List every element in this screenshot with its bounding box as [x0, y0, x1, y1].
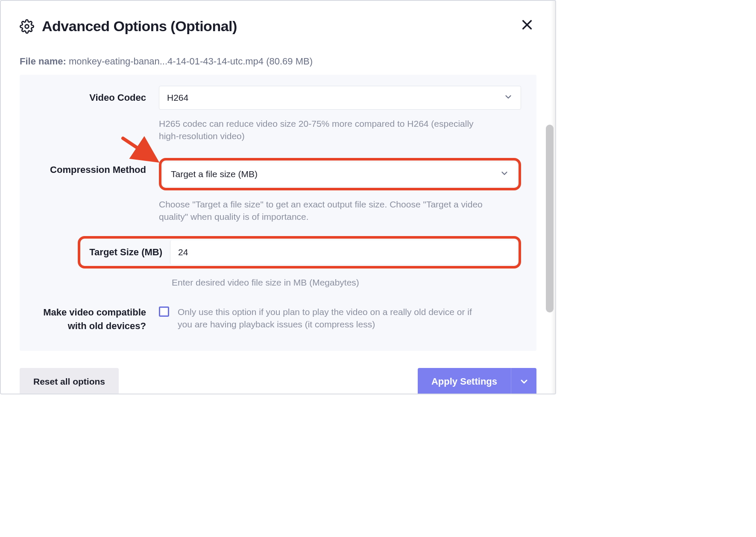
target-size-input[interactable]: 24 — [170, 240, 517, 264]
compression-method-label: Compression Method — [35, 158, 159, 177]
chevron-down-icon — [504, 92, 513, 103]
compat-label: Make video compatible with old devices? — [35, 306, 159, 333]
compression-method-helper: Choose "Target a file size" to get an ex… — [159, 198, 492, 223]
video-codec-label: Video Codec — [35, 86, 159, 105]
compression-method-body: Target a file size (MB) Choose "Target a… — [159, 158, 521, 223]
options-panel: Video Codec H264 H265 codec can reduce v… — [20, 75, 536, 351]
target-size-body: Target Size (MB) 24 Enter desired video … — [78, 236, 521, 289]
apply-button-group: Apply Settings — [418, 368, 536, 394]
reset-button[interactable]: Reset all options — [20, 368, 119, 394]
compression-method-value: Target a file size (MB) — [171, 169, 258, 179]
dialog-advanced-options: Advanced Options (Optional) File name: m… — [0, 0, 556, 394]
svg-point-0 — [25, 24, 29, 28]
dialog-footer: Reset all options Apply Settings — [20, 368, 536, 394]
dialog-header: Advanced Options (Optional) — [20, 18, 536, 35]
chevron-down-icon — [519, 376, 529, 387]
apply-button[interactable]: Apply Settings — [418, 368, 511, 394]
target-size-helper: Enter desired video file size in MB (Meg… — [172, 276, 505, 289]
video-codec-select[interactable]: H264 — [159, 86, 521, 110]
close-button[interactable] — [519, 17, 535, 32]
target-size-value: 24 — [178, 247, 188, 257]
file-name-value: monkey-eating-banan...4-14-01-43-14-utc.… — [69, 56, 313, 67]
gear-icon — [20, 19, 34, 34]
row-compression-method: Compression Method Target a file size (M… — [35, 158, 521, 223]
compression-method-highlight: Target a file size (MB) — [159, 158, 521, 190]
file-name-label: File name: — [20, 56, 66, 67]
close-icon — [521, 19, 533, 31]
dialog-content: Advanced Options (Optional) File name: m… — [1, 1, 555, 394]
row-compat: Make video compatible with old devices? … — [35, 306, 521, 333]
compat-body: Only use this option if you plan to play… — [159, 306, 521, 331]
compat-checkbox[interactable] — [159, 306, 169, 317]
row-video-codec: Video Codec H264 H265 codec can reduce v… — [35, 86, 521, 143]
apply-dropdown-button[interactable] — [511, 368, 536, 394]
target-size-highlight: Target Size (MB) 24 — [78, 236, 521, 268]
chevron-down-icon — [500, 169, 509, 180]
video-codec-body: H264 H265 codec can reduce video size 20… — [159, 86, 521, 143]
file-name-row: File name: monkey-eating-banan...4-14-01… — [20, 56, 536, 67]
compression-method-select[interactable]: Target a file size (MB) — [163, 162, 517, 186]
video-codec-helper: H265 codec can reduce video size 20-75% … — [159, 117, 492, 143]
compat-desc: Only use this option if you plan to play… — [178, 306, 485, 331]
scrollbar[interactable] — [546, 125, 554, 312]
target-size-label: Target Size (MB) — [85, 247, 170, 258]
row-target-size: Target Size (MB) 24 Enter desired video … — [35, 236, 521, 289]
video-codec-value: H264 — [167, 93, 188, 103]
dialog-title: Advanced Options (Optional) — [42, 18, 237, 35]
